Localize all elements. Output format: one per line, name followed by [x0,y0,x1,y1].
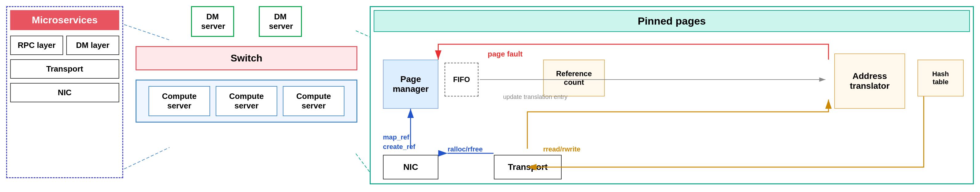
ralloc-label: ralloc/rfree [448,145,483,153]
address-translator-box: Addresstranslator [834,54,905,109]
layer-row: RPC layer DM layer [10,36,119,55]
transport-box-right: Transport [494,155,562,179]
dm-server-1: DM server [191,6,234,37]
rpc-layer-box: RPC layer [10,36,63,55]
pinned-pages-header: Pinned pages [374,10,970,32]
microservices-header: Microservices [10,10,119,30]
svg-line-9 [356,31,370,37]
page-fault-label: page fault [488,50,522,58]
compute-server-3: Compute server [283,86,344,116]
fifo-box: FIFO [445,63,479,96]
hash-table-box: Hashtable [918,60,964,96]
microservices-section: Microservices RPC layer DM layer Transpo… [6,6,123,178]
dm-server-2: DM server [259,6,302,37]
pinned-pages-section: Pinned pages Pagemanager FIFO Referencec… [370,6,974,184]
right-inner: Pagemanager FIFO Referencecount Addresst… [371,35,973,189]
compute-row: Compute server Compute server Compute se… [135,80,357,123]
dm-servers-row: DM server DM server [135,6,357,37]
dm-layer-box: DM layer [66,36,119,55]
diagram-container: Microservices RPC layer DM layer Transpo… [0,0,980,192]
compute-server-2: Compute server [216,86,277,116]
middle-section: DM server DM server Switch Compute serve… [135,6,357,178]
rread-label: rread/rwrite [543,145,581,153]
transport-box-left: Transport [10,59,119,79]
nic-box-right: NIC [383,155,438,179]
map-ref-label: map_ref create_ref [383,133,415,152]
switch-box: Switch [135,46,357,70]
nic-box-left: NIC [10,83,119,102]
page-manager-box: Pagemanager [383,60,438,109]
compute-server-1: Compute server [148,86,210,116]
svg-line-10 [356,154,370,172]
reference-count-box: Referencecount [543,60,605,96]
update-translation-label: update translation entry [503,93,568,101]
